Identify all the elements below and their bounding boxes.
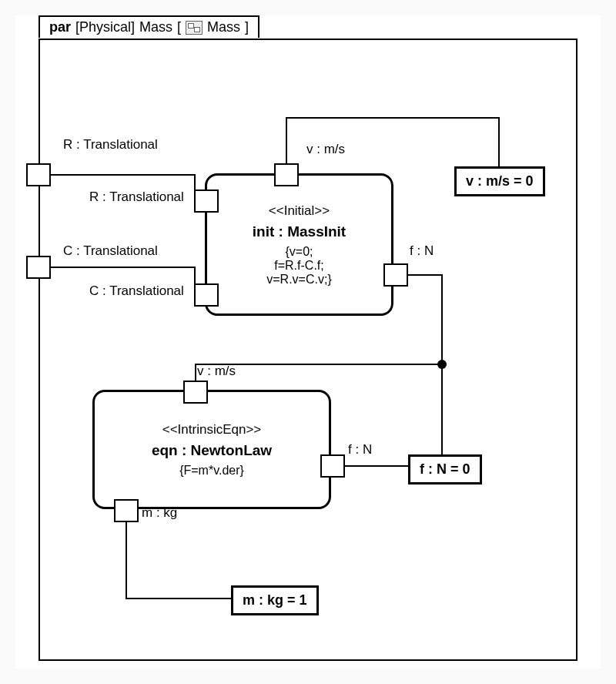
value-m1[interactable]: m : kg = 1	[231, 585, 319, 615]
init-stereotype: <<Initial>>	[212, 203, 387, 219]
conn-v-across	[286, 117, 500, 119]
label-R-ext: R : Translational	[63, 137, 158, 153]
label-init-v: v : m/s	[306, 142, 345, 157]
conn-eqnv-up	[195, 364, 196, 382]
parametric-icon	[186, 21, 203, 35]
port-R-external[interactable]	[26, 163, 51, 186]
eqn-title: eqn : NewtonLaw	[99, 442, 324, 459]
conn-R-drop	[194, 174, 196, 191]
conn-v-up	[286, 117, 287, 165]
value-v0[interactable]: v : m/s = 0	[454, 166, 545, 196]
bracket-close: ]	[245, 19, 249, 35]
frame-context: [Physical]	[75, 19, 135, 35]
port-init-C[interactable]	[194, 283, 219, 307]
frame-body	[38, 39, 578, 661]
init-title: init : MassInit	[212, 223, 387, 240]
conn-f-right1	[407, 274, 443, 276]
conn-R	[51, 174, 194, 176]
value-f0[interactable]: f : N = 0	[408, 454, 482, 484]
port-init-f[interactable]	[383, 263, 408, 287]
conn-m-right	[126, 598, 233, 599]
conn-eqnf	[343, 465, 410, 467]
port-init-R[interactable]	[194, 189, 219, 213]
port-eqn-f[interactable]	[320, 454, 345, 478]
conn-v-down	[498, 117, 500, 168]
junction-dot	[437, 360, 447, 369]
label-init-f: f : N	[410, 243, 434, 259]
label-eqn-v: v : m/s	[197, 364, 236, 379]
conn-m-down	[126, 521, 127, 598]
frame-subject: Mass	[139, 19, 172, 35]
eqn-stereotype: <<IntrinsicEqn>>	[99, 422, 324, 438]
conn-C	[51, 267, 194, 268]
port-eqn-m[interactable]	[114, 499, 139, 522]
conn-C-drop	[194, 267, 196, 285]
label-eqn-m: m : kg	[142, 505, 177, 521]
port-C-external[interactable]	[26, 256, 51, 279]
bracket-open: [	[177, 19, 181, 35]
frame-inner-name: Mass	[207, 19, 240, 35]
label-C-ext: C : Translational	[63, 243, 158, 259]
label-C-int: C : Translational	[89, 283, 184, 299]
frame-kind: par	[49, 19, 71, 35]
frame-tab: par [Physical] Mass [ Mass ]	[38, 15, 259, 38]
block-eqn[interactable]: <<IntrinsicEqn>> eqn : NewtonLaw {F=m*v.…	[92, 390, 331, 509]
block-init[interactable]: <<Initial>> init : MassInit {v=0; f=R.f-…	[205, 173, 393, 316]
init-constraint: {v=0; f=R.f-C.f; v=R.v=C.v;}	[212, 245, 387, 287]
label-eqn-f: f : N	[348, 442, 372, 458]
diagram-canvas: par [Physical] Mass [ Mass ] <<Initial>>…	[15, 15, 601, 669]
port-init-v[interactable]	[274, 163, 299, 186]
eqn-constraint: {F=m*v.der}	[99, 464, 324, 478]
port-eqn-v[interactable]	[183, 381, 208, 404]
label-R-int: R : Translational	[89, 189, 184, 205]
